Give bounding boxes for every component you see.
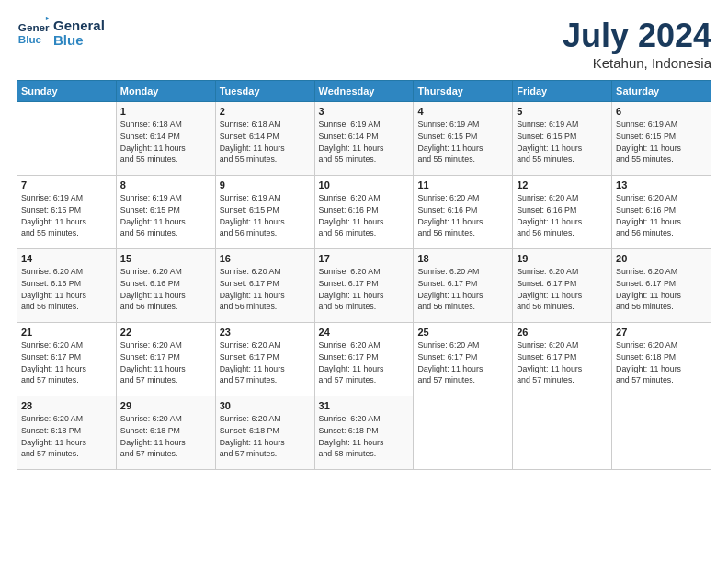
day-info: Sunrise: 6:20 AM Sunset: 6:18 PM Dayligh… <box>220 413 311 460</box>
day-info: Sunrise: 6:20 AM Sunset: 6:17 PM Dayligh… <box>319 339 410 386</box>
day-info: Sunrise: 6:20 AM Sunset: 6:16 PM Dayligh… <box>120 266 211 313</box>
svg-text:Blue: Blue <box>18 33 42 45</box>
calendar-cell: 10Sunrise: 6:20 AM Sunset: 6:16 PM Dayli… <box>314 176 414 249</box>
day-number: 12 <box>517 179 608 190</box>
day-info: Sunrise: 6:20 AM Sunset: 6:16 PM Dayligh… <box>517 192 608 239</box>
day-number: 22 <box>120 327 211 338</box>
title-block: July 2024 Ketahun, Indonesia <box>563 17 711 71</box>
calendar-cell: 14Sunrise: 6:20 AM Sunset: 6:16 PM Dayli… <box>17 249 117 323</box>
day-info: Sunrise: 6:20 AM Sunset: 6:17 PM Dayligh… <box>517 339 608 386</box>
calendar-cell: 13Sunrise: 6:20 AM Sunset: 6:16 PM Dayli… <box>612 176 711 249</box>
day-info: Sunrise: 6:20 AM Sunset: 6:18 PM Dayligh… <box>616 339 707 386</box>
weekday-header: Tuesday <box>215 81 314 102</box>
day-number: 6 <box>616 106 707 117</box>
day-info: Sunrise: 6:19 AM Sunset: 6:15 PM Dayligh… <box>220 192 311 239</box>
weekday-row: SundayMondayTuesdayWednesdayThursdayFrid… <box>17 81 711 102</box>
weekday-header: Wednesday <box>314 81 414 102</box>
day-number: 16 <box>220 253 311 264</box>
calendar-cell: 20Sunrise: 6:20 AM Sunset: 6:17 PM Dayli… <box>612 249 711 323</box>
day-number: 31 <box>319 400 410 411</box>
calendar-header: SundayMondayTuesdayWednesdayThursdayFrid… <box>17 81 711 102</box>
calendar-cell <box>414 396 513 470</box>
calendar-table: SundayMondayTuesdayWednesdayThursdayFrid… <box>17 80 711 470</box>
day-info: Sunrise: 6:20 AM Sunset: 6:17 PM Dayligh… <box>517 266 608 313</box>
calendar-cell: 2Sunrise: 6:18 AM Sunset: 6:14 PM Daylig… <box>215 102 314 176</box>
calendar-cell: 26Sunrise: 6:20 AM Sunset: 6:17 PM Dayli… <box>513 323 612 396</box>
day-number: 13 <box>616 179 707 190</box>
calendar-cell: 12Sunrise: 6:20 AM Sunset: 6:16 PM Dayli… <box>513 176 612 249</box>
day-info: Sunrise: 6:20 AM Sunset: 6:17 PM Dayligh… <box>319 266 410 313</box>
calendar-cell: 7Sunrise: 6:19 AM Sunset: 6:15 PM Daylig… <box>17 176 117 249</box>
day-info: Sunrise: 6:20 AM Sunset: 6:17 PM Dayligh… <box>120 339 211 386</box>
day-info: Sunrise: 6:20 AM Sunset: 6:17 PM Dayligh… <box>417 339 508 386</box>
day-number: 28 <box>21 400 112 411</box>
day-info: Sunrise: 6:19 AM Sunset: 6:15 PM Dayligh… <box>417 119 508 166</box>
day-info: Sunrise: 6:20 AM Sunset: 6:18 PM Dayligh… <box>120 413 211 460</box>
day-number: 4 <box>417 106 508 117</box>
calendar-cell <box>513 396 612 470</box>
calendar-cell <box>17 102 117 176</box>
calendar-cell: 17Sunrise: 6:20 AM Sunset: 6:17 PM Dayli… <box>314 249 414 323</box>
calendar-cell: 29Sunrise: 6:20 AM Sunset: 6:18 PM Dayli… <box>116 396 215 470</box>
day-info: Sunrise: 6:18 AM Sunset: 6:14 PM Dayligh… <box>220 119 311 166</box>
day-number: 26 <box>517 327 608 338</box>
day-info: Sunrise: 6:19 AM Sunset: 6:15 PM Dayligh… <box>21 192 112 239</box>
day-number: 9 <box>220 179 311 190</box>
weekday-header: Thursday <box>414 81 513 102</box>
day-number: 17 <box>319 253 410 264</box>
day-info: Sunrise: 6:20 AM Sunset: 6:16 PM Dayligh… <box>417 192 508 239</box>
calendar-cell: 21Sunrise: 6:20 AM Sunset: 6:17 PM Dayli… <box>17 323 117 396</box>
calendar-cell: 8Sunrise: 6:19 AM Sunset: 6:15 PM Daylig… <box>116 176 215 249</box>
location-title: Ketahun, Indonesia <box>563 55 711 71</box>
day-info: Sunrise: 6:20 AM Sunset: 6:16 PM Dayligh… <box>319 192 410 239</box>
day-number: 11 <box>417 179 508 190</box>
day-number: 2 <box>220 106 311 117</box>
calendar-week-row: 21Sunrise: 6:20 AM Sunset: 6:17 PM Dayli… <box>17 323 711 396</box>
day-info: Sunrise: 6:20 AM Sunset: 6:17 PM Dayligh… <box>417 266 508 313</box>
day-info: Sunrise: 6:20 AM Sunset: 6:16 PM Dayligh… <box>616 192 707 239</box>
calendar-cell: 31Sunrise: 6:20 AM Sunset: 6:18 PM Dayli… <box>314 396 414 470</box>
weekday-header: Saturday <box>612 81 711 102</box>
day-number: 19 <box>517 253 608 264</box>
header: General Blue General Blue July 2024 Keta… <box>17 17 711 71</box>
day-info: Sunrise: 6:19 AM Sunset: 6:14 PM Dayligh… <box>319 119 410 166</box>
day-info: Sunrise: 6:19 AM Sunset: 6:15 PM Dayligh… <box>616 119 707 166</box>
day-info: Sunrise: 6:20 AM Sunset: 6:17 PM Dayligh… <box>220 339 311 386</box>
weekday-header: Monday <box>116 81 215 102</box>
calendar-cell: 23Sunrise: 6:20 AM Sunset: 6:17 PM Dayli… <box>215 323 314 396</box>
day-info: Sunrise: 6:18 AM Sunset: 6:14 PM Dayligh… <box>120 119 211 166</box>
day-info: Sunrise: 6:20 AM Sunset: 6:17 PM Dayligh… <box>220 266 311 313</box>
month-title: July 2024 <box>563 17 711 55</box>
calendar-cell: 9Sunrise: 6:19 AM Sunset: 6:15 PM Daylig… <box>215 176 314 249</box>
calendar-cell: 25Sunrise: 6:20 AM Sunset: 6:17 PM Dayli… <box>414 323 513 396</box>
day-number: 21 <box>21 327 112 338</box>
day-number: 15 <box>120 253 211 264</box>
day-number: 1 <box>120 106 211 117</box>
day-number: 27 <box>616 327 707 338</box>
day-number: 18 <box>417 253 508 264</box>
calendar-week-row: 7Sunrise: 6:19 AM Sunset: 6:15 PM Daylig… <box>17 176 711 249</box>
calendar-cell: 19Sunrise: 6:20 AM Sunset: 6:17 PM Dayli… <box>513 249 612 323</box>
calendar-week-row: 28Sunrise: 6:20 AM Sunset: 6:18 PM Dayli… <box>17 396 711 470</box>
calendar-cell: 6Sunrise: 6:19 AM Sunset: 6:15 PM Daylig… <box>612 102 711 176</box>
calendar-cell: 22Sunrise: 6:20 AM Sunset: 6:17 PM Dayli… <box>116 323 215 396</box>
page: General Blue General Blue July 2024 Keta… <box>0 0 728 563</box>
day-info: Sunrise: 6:19 AM Sunset: 6:15 PM Dayligh… <box>517 119 608 166</box>
calendar-cell: 4Sunrise: 6:19 AM Sunset: 6:15 PM Daylig… <box>414 102 513 176</box>
calendar-cell: 27Sunrise: 6:20 AM Sunset: 6:18 PM Dayli… <box>612 323 711 396</box>
day-number: 10 <box>319 179 410 190</box>
weekday-header: Sunday <box>17 81 117 102</box>
calendar-cell <box>612 396 711 470</box>
logo-blue: Blue <box>53 33 105 49</box>
calendar-cell: 18Sunrise: 6:20 AM Sunset: 6:17 PM Dayli… <box>414 249 513 323</box>
calendar-week-row: 1Sunrise: 6:18 AM Sunset: 6:14 PM Daylig… <box>17 102 711 176</box>
day-number: 29 <box>120 400 211 411</box>
calendar-body: 1Sunrise: 6:18 AM Sunset: 6:14 PM Daylig… <box>17 102 711 470</box>
calendar-cell: 30Sunrise: 6:20 AM Sunset: 6:18 PM Dayli… <box>215 396 314 470</box>
day-number: 7 <box>21 179 112 190</box>
day-number: 3 <box>319 106 410 117</box>
day-number: 24 <box>319 327 410 338</box>
calendar-cell: 16Sunrise: 6:20 AM Sunset: 6:17 PM Dayli… <box>215 249 314 323</box>
day-number: 14 <box>21 253 112 264</box>
calendar-cell: 24Sunrise: 6:20 AM Sunset: 6:17 PM Dayli… <box>314 323 414 396</box>
